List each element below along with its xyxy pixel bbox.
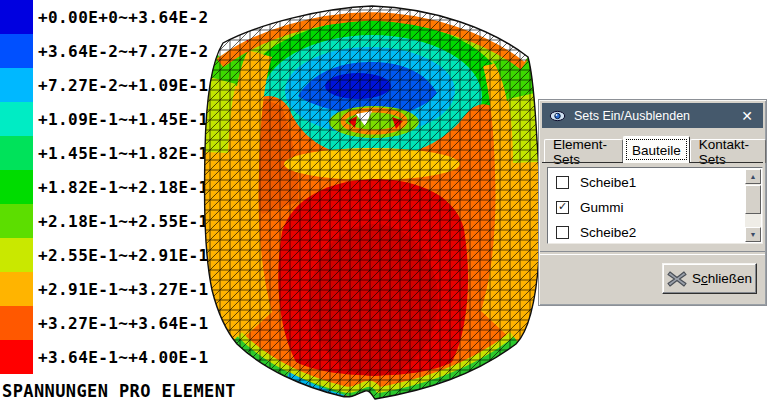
- mesh-grid-overlay: [196, 0, 548, 408]
- close-x-icon: [667, 270, 687, 288]
- part-row: ✓ Scheibe1: [548, 170, 744, 195]
- close-button[interactable]: Schließen: [662, 263, 757, 294]
- app-screen: +0.00E+0~+3.64E-2 +3.64E-2~+7.27E-2 +7.2…: [0, 0, 772, 408]
- part-label: Scheibe2: [580, 225, 636, 240]
- part-label: Gummi: [580, 200, 624, 215]
- arrow-down-icon: ▼: [750, 231, 757, 238]
- tab-label: Bauteile: [632, 143, 681, 158]
- checkmark-icon: ✓: [558, 201, 567, 212]
- parts-list: ✓ Scheibe1 ✓ Gummi ✓: [548, 170, 744, 245]
- dialog-close-icon[interactable]: ✕: [741, 109, 756, 123]
- tab[interactable]: Element-Sets: [544, 139, 623, 163]
- parts-listbox: ✓ Scheibe1 ✓ Gummi ✓: [547, 167, 763, 244]
- part-row: ✓ Scheibe2: [548, 220, 744, 245]
- divider: [540, 251, 765, 255]
- arrow-up-icon: ▲: [750, 173, 757, 180]
- part-checkbox[interactable]: ✓: [556, 226, 569, 239]
- tab[interactable]: Bauteile: [623, 136, 690, 163]
- sets-dialog: Sets Ein/Ausblenden ✕ Element-Sets Baute…: [538, 99, 767, 306]
- tab[interactable]: Kontakt-Sets: [690, 139, 766, 163]
- part-checkbox[interactable]: ✓: [556, 201, 569, 214]
- part-checkbox[interactable]: ✓: [556, 176, 569, 189]
- tab-strip: Element-Sets Bauteile Kontakt-Sets: [544, 137, 766, 163]
- scroll-up-button[interactable]: ▲: [745, 169, 761, 184]
- list-scrollbar[interactable]: ▲ ▼: [745, 169, 761, 242]
- part-label: Scheibe1: [580, 175, 636, 190]
- part-row: ✓ Gummi: [548, 195, 744, 220]
- eye-icon: [549, 108, 566, 124]
- scroll-thumb[interactable]: [745, 185, 761, 214]
- dialog-title: Sets Ein/Ausblenden: [574, 109, 690, 123]
- scroll-down-button[interactable]: ▼: [745, 227, 761, 242]
- dialog-titlebar[interactable]: Sets Ein/Ausblenden ✕: [542, 103, 763, 128]
- close-button-label: Schließen: [692, 271, 752, 286]
